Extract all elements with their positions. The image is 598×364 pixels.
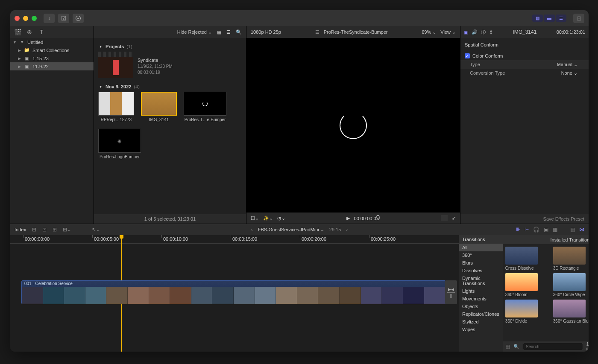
- transition-item[interactable]: 360° Bloom: [505, 273, 549, 297]
- transition-category[interactable]: Lights: [459, 287, 503, 295]
- audio-skim-icon[interactable]: ⊩: [525, 227, 529, 233]
- transition-category[interactable]: Dissolves: [459, 267, 503, 274]
- history-back-icon[interactable]: ‹: [251, 227, 253, 233]
- sidebar-item-event-2[interactable]: ▶ ▣ 11-9-22: [10, 62, 94, 70]
- timeline-project-time: 29:15: [329, 227, 341, 232]
- event-header[interactable]: ▼ Nov 9, 2022 (4): [98, 84, 242, 89]
- sidebar-item-event-1[interactable]: ▶ ▣ 1-15-23: [10, 54, 94, 62]
- transition-item[interactable]: Cross Dissolve: [505, 247, 549, 271]
- viewer-canvas[interactable]: [246, 38, 460, 213]
- position-icon[interactable]: ⊡: [42, 227, 47, 233]
- background-tasks-button[interactable]: [73, 14, 84, 23]
- clip-item[interactable]: RPRepl…18773: [98, 92, 134, 122]
- library-icon[interactable]: 🎬: [14, 28, 21, 36]
- retime-icon[interactable]: ◔⌄: [277, 215, 285, 221]
- viewer-clip-name: ProRes-TheSyndicate-Bumper: [324, 29, 388, 35]
- ruler-mark: 00:00:00:00: [25, 236, 50, 242]
- solo-icon[interactable]: 🎧: [533, 227, 539, 233]
- enhance-icon[interactable]: ✨⌄: [263, 215, 273, 221]
- ruler-mark: 00:00:25:00: [371, 236, 396, 242]
- transition-item[interactable]: 360° Circle Wipe: [553, 273, 589, 297]
- share-button[interactable]: ⍐: [573, 14, 584, 23]
- clip-appearance-icon[interactable]: ▦: [217, 29, 221, 35]
- disconnected-audio-icon[interactable]: ▶◀||: [445, 280, 457, 304]
- skimming-icon[interactable]: ⊪: [516, 227, 520, 233]
- fullscreen-icon[interactable]: ⤢: [452, 215, 456, 221]
- sidebar-item-label: 1-15-23: [32, 56, 49, 61]
- effects-icon[interactable]: ▦: [570, 227, 575, 233]
- transition-category[interactable]: Replicator/Clones: [459, 310, 503, 318]
- checkbox-icon[interactable]: ✓: [465, 53, 470, 58]
- list-view-icon[interactable]: ☰: [226, 29, 231, 35]
- projects-header[interactable]: ▼ Projects (1): [98, 44, 242, 49]
- filter-dropdown[interactable]: Hide Rejected ⌄: [177, 29, 212, 35]
- library-sidebar: 🎬 ⊛ T ▼ ✦ Untitled ▶ 📁 Smart Collections…: [10, 26, 94, 224]
- grid-view-icon[interactable]: ▦: [505, 344, 510, 349]
- audio-inspector-icon[interactable]: 🔊: [472, 29, 478, 35]
- timeline-project-name[interactable]: FBS-GuestServices-IPadMini ⌄: [258, 227, 324, 233]
- transition-thumb: [553, 273, 586, 291]
- search-icon[interactable]: 🔍: [236, 29, 242, 35]
- type-dropdown[interactable]: Manual ⌄: [557, 62, 584, 67]
- clip-item[interactable]: ProRes-T…e-Bumper: [184, 92, 226, 122]
- minimize-button[interactable]: [23, 16, 28, 21]
- spatial-conform-header[interactable]: Spatial Conform: [465, 41, 584, 49]
- transitions-icon[interactable]: ⋈: [579, 227, 584, 233]
- workspace-browser-button[interactable]: ▦: [532, 15, 543, 22]
- library-root[interactable]: ▼ ✦ Untitled: [10, 38, 94, 46]
- transitions-search[interactable]: [523, 343, 583, 350]
- transition-category[interactable]: Blurs: [459, 259, 503, 267]
- zoom-dropdown[interactable]: 69% ⌄: [422, 29, 436, 35]
- transition-category[interactable]: Stylized: [459, 318, 503, 326]
- save-preset-button[interactable]: Save Effects Preset: [460, 214, 589, 224]
- project-item[interactable]: Syndicate 11/9/22, 11:20 PM 00:03:01:19: [98, 52, 242, 78]
- workspace-inspector-button[interactable]: ☰: [556, 15, 566, 22]
- transition-item[interactable]: 360° Gaussian Blur: [553, 300, 589, 323]
- transition-thumb: [505, 247, 538, 265]
- transition-category[interactable]: Movements: [459, 295, 503, 303]
- play-button[interactable]: ▶: [346, 215, 350, 221]
- history-forward-icon[interactable]: ›: [346, 227, 348, 233]
- transitions-count: 125 items: [586, 342, 589, 351]
- timeline-clip[interactable]: 001 - Celebration Service: [21, 280, 446, 304]
- insert-icon[interactable]: ⊞⌄: [63, 227, 71, 233]
- keyword-button[interactable]: ⚿: [58, 14, 69, 23]
- transition-item[interactable]: 3D Rectangle: [553, 247, 589, 271]
- timeline-ruler[interactable]: 00:00:00:0000:00:05:0000:00:10:0000:00:1…: [10, 235, 459, 244]
- transition-item[interactable]: 360° Divide: [505, 300, 549, 323]
- import-button[interactable]: ↓: [44, 14, 55, 23]
- zoom-button[interactable]: [32, 16, 37, 21]
- sidebar-item-label: Smart Collections: [32, 48, 69, 53]
- installed-dropdown[interactable]: Installed Transitions ⌄: [503, 235, 589, 244]
- transform-icon[interactable]: ☐⌄: [251, 215, 259, 221]
- photos-icon[interactable]: ⊛: [26, 28, 33, 36]
- view-dropdown[interactable]: View ⌄: [440, 29, 456, 35]
- title-icon: ☰: [315, 29, 320, 35]
- workspace-timeline-button[interactable]: ▬: [544, 15, 555, 22]
- clip-item[interactable]: IMG_3141: [141, 92, 177, 122]
- color-conform-header[interactable]: ✓ Color Conform: [465, 52, 584, 60]
- share-inspector-icon[interactable]: ⇪: [489, 29, 493, 35]
- close-button[interactable]: [15, 16, 20, 21]
- transition-category[interactable]: Objects: [459, 303, 503, 310]
- timecode[interactable]: 00:00:00:09: [354, 214, 380, 222]
- sidebar-item-smart[interactable]: ▶ 📁 Smart Collections: [10, 46, 94, 54]
- conversion-dropdown[interactable]: None ⌄: [561, 70, 584, 76]
- transition-category[interactable]: All: [459, 244, 503, 251]
- info-inspector-icon[interactable]: ⓘ: [481, 29, 486, 35]
- trim-icon[interactable]: ⊟: [32, 227, 36, 233]
- video-inspector-icon[interactable]: ▣: [464, 29, 468, 35]
- transition-category[interactable]: Dynamic Transitions: [459, 274, 503, 287]
- connect-icon[interactable]: ⊞: [53, 227, 57, 233]
- transition-category[interactable]: Wipes: [459, 326, 503, 333]
- lane-icon[interactable]: ▦: [553, 227, 557, 233]
- snap-icon[interactable]: ▣: [544, 227, 548, 233]
- timeline[interactable]: 00:00:00:0000:00:05:0000:00:10:0000:00:1…: [10, 235, 459, 352]
- event-icon: ▣: [24, 55, 30, 61]
- clip-item[interactable]: ◉ ProRes-LogoBumper: [98, 129, 141, 159]
- index-button[interactable]: Index: [15, 227, 26, 232]
- titles-icon[interactable]: T: [38, 28, 45, 36]
- select-tool-icon[interactable]: ↖⌄: [92, 227, 100, 233]
- project-duration: 00:03:01:19: [138, 70, 173, 75]
- transition-category[interactable]: 360°: [459, 251, 503, 259]
